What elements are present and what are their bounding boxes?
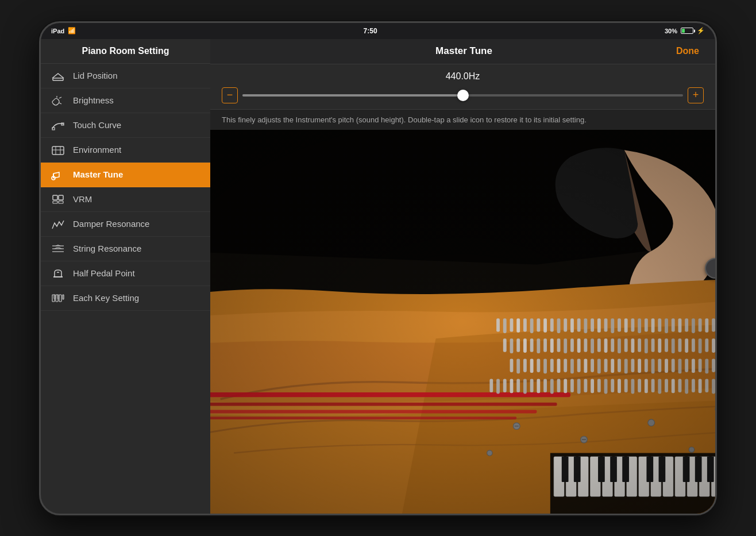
master-tune-label: Master Tune — [73, 169, 123, 179]
battery-icon — [681, 28, 693, 34]
wifi-icon: 📶 — [68, 27, 76, 34]
slider-fill — [242, 94, 463, 97]
svg-rect-12 — [59, 201, 63, 203]
svg-rect-9 — [53, 195, 57, 200]
svg-rect-10 — [59, 195, 63, 200]
sidebar-item-vrm[interactable]: VRM — [41, 187, 210, 212]
battery-percent: 30% — [665, 28, 677, 34]
damper-resonance-label: Damper Resonance — [73, 219, 149, 229]
string-resonance-label: String Resonance — [73, 244, 141, 253]
sidebar-item-half-pedal-point[interactable]: Half Pedal Point — [41, 261, 210, 286]
battery-fill — [682, 29, 685, 33]
main-title: Master Tune — [256, 45, 672, 57]
sidebar-item-brightness[interactable]: Brightness — [41, 88, 210, 113]
vrm-icon — [50, 193, 66, 206]
svg-rect-1 — [52, 128, 55, 130]
environment-label: Environment — [73, 145, 121, 155]
piano-image-area — [210, 130, 715, 514]
status-left: iPad 📶 — [51, 27, 76, 34]
sidebar-item-string-resonance[interactable]: String Resonance — [41, 237, 210, 261]
status-time: 7:50 — [364, 27, 377, 35]
sidebar-item-master-tune[interactable]: Master Tune — [41, 163, 210, 187]
slider-track[interactable] — [242, 94, 683, 97]
svg-rect-11 — [53, 201, 57, 203]
status-bar: iPad 📶 7:50 30% ⚡ — [41, 23, 715, 39]
brightness-label: Brightness — [73, 95, 114, 105]
svg-rect-3 — [52, 146, 64, 155]
lid-position-icon — [50, 70, 66, 82]
master-tune-icon — [50, 168, 66, 181]
ipad-label: iPad — [51, 28, 64, 34]
slider-row: − + — [222, 87, 704, 103]
svg-rect-0 — [53, 78, 63, 80]
sidebar-item-environment[interactable]: Environment — [41, 138, 210, 163]
charging-icon: ⚡ — [697, 27, 705, 34]
svg-rect-22 — [54, 295, 55, 299]
sidebar-title: Piano Room Setting — [50, 46, 201, 56]
device-frame: iPad 📶 7:50 30% ⚡ Piano Room Setting — [39, 21, 717, 515]
sidebar-item-each-key-setting[interactable]: Each Key Setting — [41, 286, 210, 311]
damper-resonance-icon — [50, 218, 66, 230]
tune-area: 440.0Hz − + — [210, 64, 715, 109]
main-header: Master Tune Done — [210, 39, 715, 64]
piano-visual — [210, 130, 715, 514]
sidebar: Piano Room Setting Lid Position — [41, 39, 210, 514]
environment-icon — [50, 144, 66, 156]
sidebar-header: Piano Room Setting — [41, 39, 210, 64]
main-panel: Master Tune Done 440.0Hz − + This finely… — [210, 39, 715, 514]
tune-description: This finely adjusts the Instrument's pit… — [210, 109, 715, 130]
slider-thumb[interactable] — [457, 90, 469, 101]
tune-value: 440.0Hz — [222, 71, 704, 82]
sidebar-item-lid-position[interactable]: Lid Position — [41, 64, 210, 88]
each-key-setting-label: Each Key Setting — [73, 293, 139, 303]
svg-rect-20 — [59, 295, 61, 302]
half-pedal-point-label: Half Pedal Point — [73, 268, 135, 278]
svg-rect-21 — [63, 295, 64, 299]
svg-rect-220 — [210, 130, 715, 514]
touch-curve-label: Touch Curve — [73, 120, 121, 130]
plus-button[interactable]: + — [688, 87, 704, 103]
done-button[interactable]: Done — [672, 44, 704, 59]
each-key-setting-icon — [50, 292, 66, 304]
touch-curve-icon — [50, 119, 66, 132]
side-button[interactable] — [39, 224, 40, 233]
brightness-icon — [50, 94, 66, 107]
sidebar-item-touch-curve[interactable]: Touch Curve — [41, 113, 210, 138]
vrm-label: VRM — [73, 194, 92, 204]
svg-rect-23 — [57, 295, 59, 299]
string-resonance-icon — [50, 242, 66, 255]
lid-position-label: Lid Position — [73, 71, 118, 80]
sidebar-item-damper-resonance[interactable]: Damper Resonance — [41, 212, 210, 237]
status-right: 30% ⚡ — [665, 27, 705, 34]
piano-svg — [210, 130, 715, 514]
sidebar-items: Lid Position Brightness — [41, 64, 210, 514]
half-pedal-point-icon — [50, 267, 66, 280]
app-container: Piano Room Setting Lid Position — [41, 39, 715, 514]
minus-button[interactable]: − — [222, 87, 238, 103]
